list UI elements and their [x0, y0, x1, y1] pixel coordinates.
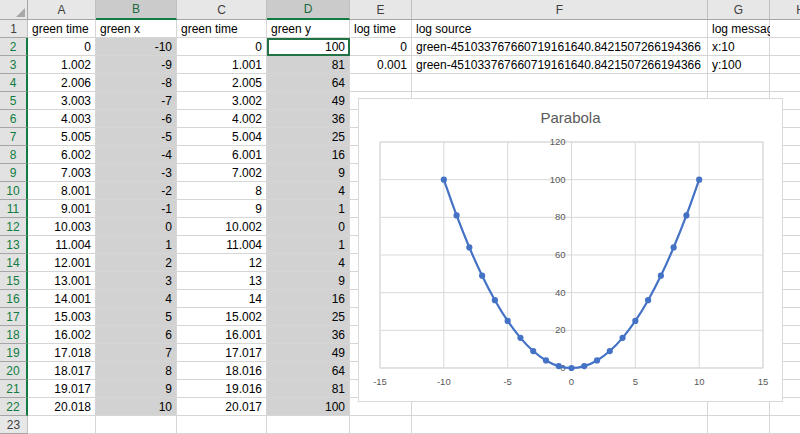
cell[interactable]: 6 — [96, 326, 177, 344]
data-point-marker[interactable] — [594, 357, 600, 363]
cell[interactable] — [708, 416, 770, 434]
data-point-marker[interactable] — [581, 363, 587, 369]
cell[interactable]: 13.001 — [28, 272, 96, 290]
cell[interactable]: green-451033767660719161640.842150726619… — [412, 56, 708, 74]
cell[interactable]: 2.006 — [28, 74, 96, 92]
data-point-marker[interactable] — [492, 297, 498, 303]
row-header-10[interactable]: 10 — [0, 182, 28, 200]
cell[interactable]: 0 — [350, 38, 412, 56]
cell[interactable]: -5 — [96, 128, 177, 146]
cell[interactable]: 17.017 — [177, 344, 267, 362]
cell[interactable]: 10 — [96, 398, 177, 416]
row-header-7[interactable]: 7 — [0, 128, 28, 146]
data-point-marker[interactable] — [607, 348, 613, 354]
cell[interactable] — [350, 74, 412, 92]
cell[interactable]: 16.002 — [28, 326, 96, 344]
cell[interactable] — [96, 416, 177, 434]
row-header-15[interactable]: 15 — [0, 272, 28, 290]
column-header-D[interactable]: D — [267, 0, 350, 20]
row-header-9[interactable]: 9 — [0, 164, 28, 182]
cell[interactable]: 1.001 — [177, 56, 267, 74]
cell[interactable]: 64 — [267, 362, 350, 380]
row-header-1[interactable]: 1 — [0, 20, 28, 38]
cell[interactable]: 2.005 — [177, 74, 267, 92]
cell[interactable]: 25 — [267, 128, 350, 146]
cell[interactable]: 1 — [96, 236, 177, 254]
cell[interactable]: 10.002 — [177, 218, 267, 236]
row-header-23[interactable]: 23 — [0, 416, 28, 434]
cell[interactable]: 36 — [267, 326, 350, 344]
row-header-6[interactable]: 6 — [0, 110, 28, 128]
cell[interactable] — [770, 56, 800, 74]
cell[interactable]: 7 — [96, 344, 177, 362]
cell[interactable]: 19.016 — [177, 380, 267, 398]
cell[interactable] — [770, 74, 800, 92]
cell[interactable]: 12 — [177, 254, 267, 272]
cell[interactable]: -4 — [96, 146, 177, 164]
data-point-marker[interactable] — [632, 318, 638, 324]
cell[interactable]: log source — [412, 20, 708, 38]
column-header-F[interactable]: F — [412, 0, 708, 20]
cell[interactable] — [267, 416, 350, 434]
column-header-A[interactable]: A — [28, 0, 96, 20]
data-point-marker[interactable] — [543, 357, 549, 363]
data-point-marker[interactable] — [530, 348, 536, 354]
cell[interactable]: 1.002 — [28, 56, 96, 74]
cell[interactable] — [412, 74, 708, 92]
cell[interactable]: 11.004 — [177, 236, 267, 254]
cell[interactable]: 0 — [28, 38, 96, 56]
cell[interactable]: green time — [28, 20, 96, 38]
select-all-button[interactable] — [0, 0, 28, 20]
row-header-17[interactable]: 17 — [0, 308, 28, 326]
data-point-marker[interactable] — [556, 363, 562, 369]
cell[interactable] — [28, 416, 96, 434]
cell[interactable]: 17.018 — [28, 344, 96, 362]
cell[interactable]: green x — [96, 20, 177, 38]
cell[interactable]: log message — [708, 20, 770, 38]
cell[interactable]: 8.001 — [28, 182, 96, 200]
row-header-11[interactable]: 11 — [0, 200, 28, 218]
cell[interactable]: 4 — [267, 254, 350, 272]
cell[interactable]: 0.001 — [350, 56, 412, 74]
cell[interactable]: -6 — [96, 110, 177, 128]
column-header-E[interactable]: E — [350, 0, 412, 20]
cell[interactable] — [350, 416, 412, 434]
column-header-H[interactable]: H — [770, 0, 800, 20]
cell[interactable]: 81 — [267, 380, 350, 398]
row-header-4[interactable]: 4 — [0, 74, 28, 92]
data-point-marker[interactable] — [517, 335, 523, 341]
cell[interactable]: -2 — [96, 182, 177, 200]
cell[interactable]: 2 — [96, 254, 177, 272]
cell[interactable] — [177, 416, 267, 434]
row-header-16[interactable]: 16 — [0, 290, 28, 308]
cell[interactable]: -9 — [96, 56, 177, 74]
cell[interactable]: 5.005 — [28, 128, 96, 146]
cell[interactable]: 8 — [177, 182, 267, 200]
row-header-2[interactable]: 2 — [0, 38, 28, 56]
column-header-G[interactable]: G — [708, 0, 770, 20]
row-header-5[interactable]: 5 — [0, 92, 28, 110]
parabola-chart[interactable]: Parabola-15-10-5051015020406080100120 — [358, 98, 783, 402]
row-header-20[interactable]: 20 — [0, 362, 28, 380]
cell[interactable]: 12.001 — [28, 254, 96, 272]
cell[interactable] — [770, 20, 800, 38]
cell[interactable]: 4 — [96, 290, 177, 308]
cell[interactable]: 14.001 — [28, 290, 96, 308]
data-point-marker[interactable] — [505, 318, 511, 324]
cell[interactable] — [708, 74, 770, 92]
data-point-marker[interactable] — [568, 365, 574, 371]
data-point-marker[interactable] — [671, 244, 677, 250]
cell[interactable]: 5 — [96, 308, 177, 326]
cell[interactable]: 0 — [267, 218, 350, 236]
cell[interactable]: 4.003 — [28, 110, 96, 128]
cell[interactable]: 5.004 — [177, 128, 267, 146]
row-header-18[interactable]: 18 — [0, 326, 28, 344]
cell[interactable]: 9 — [96, 380, 177, 398]
row-header-3[interactable]: 3 — [0, 56, 28, 74]
cell[interactable]: green-451033767660719161640.842150726619… — [412, 38, 708, 56]
cell[interactable]: 18.017 — [28, 362, 96, 380]
cell[interactable]: 100 — [267, 398, 350, 416]
cell[interactable]: 16.001 — [177, 326, 267, 344]
cell[interactable]: -8 — [96, 74, 177, 92]
row-header-12[interactable]: 12 — [0, 218, 28, 236]
